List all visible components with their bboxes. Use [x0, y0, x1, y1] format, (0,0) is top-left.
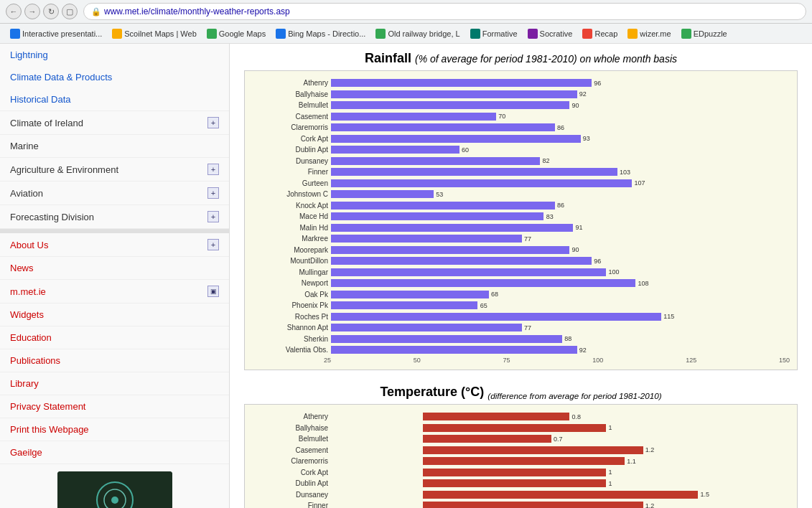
bar-value: 93 [583, 135, 590, 142]
bar-value: 0.8 [571, 413, 581, 420]
bookmark-label: Socrative [540, 29, 573, 38]
bar-row: Belmullet0.7 [252, 434, 790, 444]
station-label: Knock Apt [252, 202, 331, 210]
station-label: Malin Hd [252, 224, 331, 232]
bar-row: Cork Apt1 [252, 467, 790, 477]
station-label: Finner [252, 502, 331, 508]
refresh-button[interactable]: ↻ [43, 4, 59, 19]
rainfall-axis-labels: 25 50 75 100 125 150 [245, 357, 797, 364]
sidebar-item-label: Climate Data & Products [10, 72, 112, 83]
station-label: Valentia Obs. [252, 346, 331, 354]
bar-value: 91 [576, 224, 583, 231]
station-label: Moorepark [252, 246, 331, 254]
temperature-title-text: Temperature (°C) [380, 385, 484, 399]
bar-row: Newport108 [252, 278, 790, 288]
bar-area: 77 [331, 323, 790, 332]
bar-fill [331, 168, 617, 176]
sidebar-item-historical-data[interactable]: Historical Data [0, 88, 229, 110]
sidebar-item-about-us[interactable]: About Us + [0, 233, 229, 257]
bookmark-scoilnet[interactable]: Scoilnet Maps | Web [108, 27, 200, 40]
bar-area: 1 [331, 423, 790, 433]
bar-fill [423, 479, 607, 487]
back-button[interactable]: ← [6, 4, 22, 19]
bar-value: 1.2 [645, 446, 655, 453]
sidebar-item-agriculture[interactable]: Agriculture & Environment + [0, 158, 229, 182]
sidebar-top-links: Lightning Climate Data & Products Histor… [0, 44, 229, 111]
rainfall-chart-container: Rainfall (% of average for period 1981-2… [244, 51, 798, 370]
bar-area: 86 [331, 201, 790, 210]
bookmark-label: Old railway bridge, L [388, 29, 459, 38]
sidebar-item-library[interactable]: Library [0, 372, 229, 395]
station-label: Claremorris [252, 123, 331, 131]
sidebar-item-forecasting-division[interactable]: Forecasting Division + [0, 205, 229, 229]
forward-button[interactable]: → [24, 4, 40, 19]
rainfall-title-text: Rainfall [365, 51, 411, 65]
bookmark-label: Scoilnet Maps | Web [124, 29, 196, 38]
sidebar-item-aviation[interactable]: Aviation + [0, 182, 229, 205]
sidebar-item-privacy-statement[interactable]: Privacy Statement [0, 395, 229, 418]
expand-icon: + [207, 211, 219, 222]
bar-area: 96 [331, 78, 790, 88]
temperature-chart: Athenry0.8Ballyhaise1Belmullet0.7Casemen… [244, 404, 798, 508]
bar-fill [331, 157, 540, 165]
sidebar-item-climate-of-ireland[interactable]: Climate of Ireland + [0, 111, 229, 135]
bar-area: 1 [331, 468, 790, 477]
station-label: Cork Apt [252, 135, 331, 143]
station-label: Cork Apt [252, 469, 331, 476]
address-bar[interactable]: 🔒 www.met.ie/climate/monthly-weather-rep… [83, 3, 806, 20]
bar-area: 83 [331, 212, 790, 221]
content-area: Rainfall (% of average for period 1981-2… [230, 44, 812, 508]
sidebar-item-lightning[interactable]: Lightning [0, 44, 229, 66]
bookmark-favicon [582, 29, 592, 39]
bookmark-recap[interactable]: Recap [578, 27, 622, 40]
sidebar-item-news[interactable]: News [0, 257, 229, 280]
bar-area: 0.8 [331, 412, 790, 421]
sidebar-item-publications[interactable]: Publications [0, 349, 229, 372]
bar-row: Finner103 [252, 167, 790, 177]
bookmark-socrative[interactable]: Socrative [523, 27, 577, 40]
sidebar-item-label: Publications [10, 355, 60, 366]
bar-area: 103 [331, 167, 790, 177]
bar-value: 77 [524, 235, 531, 243]
bookmark-old-railway[interactable]: Old railway bridge, L [371, 27, 464, 40]
bar-row: MountDillon96 [252, 256, 790, 266]
bar-area: 70 [331, 112, 790, 121]
station-label: Newport [252, 279, 331, 287]
bar-row: Mace Hd83 [252, 212, 790, 222]
bookmark-favicon [112, 29, 122, 39]
sidebar-item-climate-data[interactable]: Climate Data & Products [0, 66, 229, 88]
bookmark-favicon [470, 29, 480, 39]
bookmark-edpuzzle[interactable]: EDpuzzle [677, 27, 732, 40]
bookmark-bing-maps[interactable]: Bing Maps - Directio... [271, 27, 370, 40]
mobile-icon: ▣ [207, 286, 219, 297]
bar-row: Belmullet90 [252, 100, 790, 110]
bookmark-favicon [207, 29, 217, 39]
bar-value: 1.1 [627, 458, 636, 465]
bookmark-formative[interactable]: Formative [466, 27, 522, 40]
bookmark-google-maps[interactable]: Google Maps [202, 27, 270, 40]
browser-chrome: ← → ↻ ▢ 🔒 www.met.ie/climate/monthly-wea… [0, 0, 812, 24]
bar-fill [331, 146, 459, 154]
bookmark-favicon [276, 29, 286, 39]
bookmark-favicon [10, 29, 20, 39]
sidebar-item-marine[interactable]: Marine [0, 135, 229, 158]
sidebar-item-print-webpage[interactable]: Print this Webpage [0, 418, 229, 441]
bookmark-wizer[interactable]: wizer.me [623, 27, 675, 40]
station-label: Claremorris [252, 457, 331, 465]
bar-fill [331, 346, 577, 354]
bar-fill [331, 179, 632, 187]
bar-value: 90 [571, 246, 579, 253]
bar-area: 92 [331, 345, 790, 354]
bar-value: 107 [634, 179, 645, 187]
sidebar-thumbnail: Storm Names 2017/18 [57, 471, 172, 508]
bar-value: 1 [609, 480, 612, 487]
sidebar-item-education[interactable]: Education [0, 326, 229, 349]
bookmark-interactive-presentations[interactable]: Interactive presentati... [6, 27, 106, 40]
bar-fill [331, 123, 555, 131]
station-label: Mullingar [252, 268, 331, 276]
sidebar-item-widgets[interactable]: Widgets [0, 304, 229, 326]
sidebar-item-gaeilge[interactable]: Gaeilge [0, 441, 229, 464]
bar-value: 83 [546, 213, 554, 220]
sidebar-item-m-met-ie[interactable]: m.met.ie ▣ [0, 280, 229, 304]
home-button[interactable]: ▢ [62, 4, 78, 19]
